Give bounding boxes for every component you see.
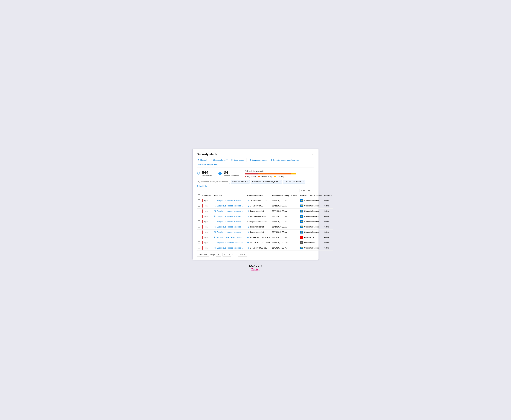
previous-button[interactable]: < Previous <box>197 253 209 257</box>
alert-title-text[interactable]: Microsoft Defender for Cloud test alert … <box>217 236 245 239</box>
page-select[interactable]: 1 <box>222 253 231 257</box>
row-checkbox[interactable] <box>198 231 200 233</box>
grouping-row: No grouping By severity By status By res… <box>197 188 314 192</box>
row-checkbox-cell <box>197 214 201 219</box>
severity-label: High <box>204 205 208 207</box>
close-button[interactable]: × <box>311 152 314 156</box>
severity-label: High <box>204 215 208 218</box>
alert-shield-icon: 🛡 <box>214 231 216 233</box>
tactic-cell: 🔑Credential Access <box>299 203 323 209</box>
severity-label: High <box>204 200 208 202</box>
table-row[interactable]: High🛡Suspicious process executed [seen .… <box>197 209 333 214</box>
medium-dot <box>258 176 260 177</box>
table-row[interactable]: High🛡Suspicious process executed🖥dockerv… <box>197 224 333 230</box>
alert-title-text[interactable]: Suspicious process executed [seen ... <box>217 205 245 207</box>
grouping-select[interactable]: No grouping By severity By status By res… <box>299 188 314 192</box>
change-status-button[interactable]: ⇄ Change status ∨ <box>209 158 229 162</box>
alert-title-cell: 🛡Suspicious process executed [seen ... <box>213 198 246 203</box>
severity-col-header[interactable]: Severity ↑↓ <box>201 193 213 198</box>
severity-label: High <box>204 221 208 223</box>
tactic-icon: 🔑 <box>300 215 303 218</box>
medium-legend: Medium (414) <box>258 175 272 178</box>
alert-title-cell: 🛡Microsoft Defender for Cloud test alert… <box>213 235 246 240</box>
add-filter-button[interactable]: ⊞ + Add filter <box>197 185 207 187</box>
row-checkbox[interactable] <box>198 236 200 238</box>
severity-cell: High <box>201 203 213 209</box>
refresh-button[interactable]: ↻ Refresh <box>197 158 208 162</box>
alert-shield-icon: 🛡 <box>214 215 216 218</box>
row-checkbox[interactable] <box>198 241 200 243</box>
severity-cell: High <box>201 245 213 251</box>
severity-indicator <box>202 225 203 229</box>
row-checkbox[interactable] <box>198 220 200 222</box>
tactic-icon: ⟳ <box>300 236 303 239</box>
status-cell: Active <box>323 224 333 230</box>
affected-resource-col-header[interactable]: Affected resource ↑↓ <box>246 193 271 198</box>
alert-title-text[interactable]: Suspicious process executed [seen ... <box>217 221 245 223</box>
alert-title-cell: 🛡Suspicious process executed <box>213 230 246 235</box>
stats-row: 🛡 644 Active alerts 🔷 34 Affected resour… <box>197 170 314 178</box>
row-checkbox[interactable] <box>198 215 200 217</box>
severity-cell: High <box>201 209 213 214</box>
table-row[interactable]: High🛡Suspicious process executed [seen .… <box>197 198 333 203</box>
affected-resource-cell: 🖥CH-VictimVM00 <box>246 203 271 209</box>
filter-row: Status == Active × Severity == Low, Medi… <box>197 180 314 187</box>
row-checkbox-cell <box>197 203 201 209</box>
resource-name: samplecrmweblobstor... <box>249 221 268 223</box>
create-sample-alerts-button[interactable]: ◎ Create sample alerts <box>197 163 220 166</box>
severity-cell: High <box>201 240 213 245</box>
suppression-rules-icon: ⊘ <box>249 159 251 161</box>
security-alerts-map-button[interactable]: ⊕ Security alerts map (Preview) <box>270 158 300 162</box>
search-input[interactable] <box>197 180 230 184</box>
time-filter-tag: Time == Last month × <box>283 180 305 183</box>
activity-time-cell: 11/19/20, 7:00 PM <box>271 245 299 251</box>
suppression-rules-button[interactable]: ⊘ Suppression rules <box>248 158 269 162</box>
row-checkbox[interactable] <box>198 199 200 201</box>
table-row[interactable]: High🛡Suspicious process executed [seen .… <box>197 203 333 209</box>
row-checkbox[interactable] <box>198 247 200 249</box>
alert-title-cell: 🛡Exposed Kubernetes dashboard det... <box>213 240 246 245</box>
alert-title-text[interactable]: Suspicious process executed <box>217 226 241 228</box>
severity-chart: Active alerts by severity High (166) Med… <box>245 170 314 178</box>
alert-title-text[interactable]: Suspicious process executed [seen ... <box>217 247 245 249</box>
status-cell: Active <box>323 240 333 245</box>
row-checkbox[interactable] <box>198 226 200 228</box>
next-button[interactable]: Next > <box>238 253 247 257</box>
alert-title-cell: 🛡Suspicious process executed [seen ... <box>213 219 246 224</box>
table-row[interactable]: High🛡Suspicious process executed [seen .… <box>197 214 333 219</box>
status-cell: Active <box>323 245 333 251</box>
status-col-header[interactable]: Status ↑↓ <box>323 193 333 198</box>
alert-title-text[interactable]: Suspicious process executed <box>217 231 241 233</box>
time-filter-close[interactable]: × <box>302 181 304 183</box>
table-row[interactable]: High🛡Exposed Kubernetes dashboard det...… <box>197 240 333 245</box>
table-row[interactable]: High🛡Suspicious process executed [seen .… <box>197 245 333 251</box>
alert-title-text[interactable]: Exposed Kubernetes dashboard det... <box>217 242 245 244</box>
resource-name: ASC-AKS-CLOUD-TALK <box>250 236 270 239</box>
active-alerts-label: Active alerts <box>202 175 212 177</box>
alert-title-text[interactable]: Suspicious process executed [seen ... <box>217 210 245 212</box>
alert-title-text[interactable]: Suspicious process executed [seen ... <box>217 215 245 218</box>
alert-title-col-header[interactable]: Alert title ↑↓ <box>213 193 246 198</box>
status-filter-label: Status == Active <box>232 181 246 183</box>
severity-filter-close[interactable]: × <box>279 181 281 183</box>
tactic-name: Persistence <box>304 236 314 239</box>
row-checkbox[interactable] <box>198 205 200 207</box>
map-icon: ⊕ <box>271 159 272 161</box>
resource-name: CH-VictimVM00-Dev <box>250 247 267 249</box>
page-input[interactable] <box>216 253 221 256</box>
status-filter-close[interactable]: × <box>247 181 248 183</box>
resource-name: dockervm-redhat <box>250 226 264 228</box>
row-checkbox-cell <box>197 198 201 203</box>
table-row[interactable]: High🛡Microsoft Defender for Cloud test a… <box>197 235 333 240</box>
row-checkbox[interactable] <box>198 210 200 212</box>
activity-time-cell: 11/21/20, 1:00 AM <box>271 214 299 219</box>
open-query-button[interactable]: ⚙ Open query <box>230 158 245 162</box>
medium-bar <box>258 173 291 174</box>
table-row[interactable]: High🛡Suspicious process executed [seen .… <box>197 219 333 224</box>
table-row[interactable]: High🛡Suspicious process executed🖥dockerv… <box>197 230 333 235</box>
alert-title-text[interactable]: Suspicious process executed [seen ... <box>217 200 245 202</box>
diamond-icon: 🔷 <box>218 172 222 176</box>
select-all-checkbox[interactable] <box>198 195 200 196</box>
activity-time-col-header[interactable]: Activity start time (UTC+2) ↑↓ <box>271 193 299 198</box>
severity-filter-label: Severity == Low, Medium, High <box>252 181 278 183</box>
